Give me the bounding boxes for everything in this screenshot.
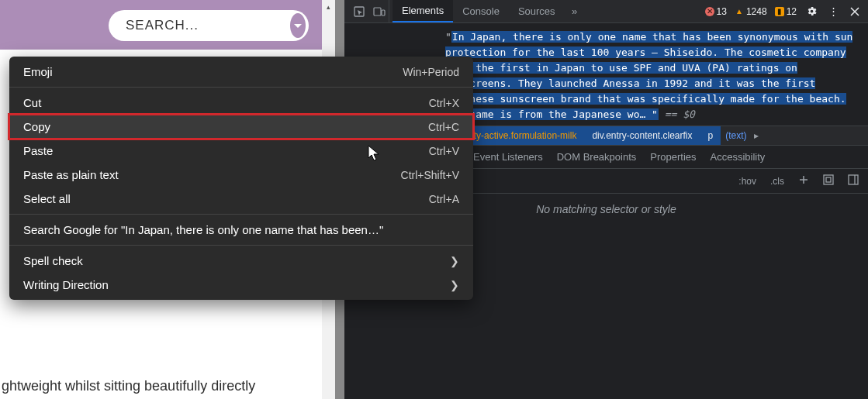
toggle-sidebar-icon[interactable] [845, 173, 862, 189]
menu-search-google[interactable]: Search Google for "In Japan, there is on… [9, 218, 473, 242]
svg-rect-3 [824, 175, 833, 184]
submenu-arrow-icon: ❯ [450, 255, 459, 267]
warnings-badge[interactable]: ▲ 1248 [731, 6, 770, 17]
warnings-count: 1248 [746, 6, 767, 17]
settings-icon[interactable] [801, 2, 821, 22]
svg-rect-4 [826, 177, 831, 182]
computed-styles-icon[interactable] [820, 173, 837, 189]
submenu-arrow-icon: ❯ [450, 279, 459, 291]
messages-count: 12 [787, 6, 797, 17]
warning-icon: ▲ [735, 7, 744, 16]
tab-accessibility[interactable]: Accessibility [711, 151, 766, 163]
menu-label: Paste as plain text [23, 168, 119, 181]
menu-label: Search Google for "In Japan, there is on… [23, 223, 383, 236]
menu-spell-check[interactable]: Spell check ❯ [9, 249, 473, 273]
errors-badge[interactable]: ✕ 13 [702, 6, 730, 17]
menu-label: Select all [23, 192, 71, 205]
menu-label: Paste [23, 144, 53, 157]
menu-cut[interactable]: Cut Ctrl+X [9, 91, 473, 115]
selected-dom-text: In Japan, there is only one name that ha… [445, 31, 852, 120]
menu-divider [9, 87, 473, 88]
tab-dom-breakpoints[interactable]: DOM Breakpoints [557, 151, 637, 163]
devtools-tabstrip: Elements Console Sources » ✕ 13 ▲ 1248 ▮… [344, 0, 868, 23]
errors-count: 13 [717, 6, 727, 17]
breadcrumb-scroll-right-icon[interactable]: ▸ [752, 130, 761, 141]
svg-rect-1 [374, 8, 381, 15]
menu-label: Cut [23, 96, 41, 109]
kebab-icon[interactable]: ⋮ [823, 2, 843, 22]
menu-label: Writing Direction [23, 278, 109, 291]
menu-select-all[interactable]: Select all Ctrl+A [9, 187, 473, 211]
chevron-down-icon [292, 19, 304, 32]
menu-label: Spell check [23, 254, 83, 267]
svg-rect-2 [382, 10, 385, 15]
search-field[interactable] [109, 10, 309, 41]
menu-divider [9, 214, 473, 215]
message-icon: ▮ [775, 7, 784, 16]
page-body-text: ghtweight whilst sitting beautifully dir… [0, 378, 255, 394]
menu-label: Copy [23, 120, 50, 133]
menu-shortcut: Ctrl+Shift+V [401, 169, 459, 181]
search-dropdown-button[interactable] [290, 13, 306, 38]
tab-console[interactable]: Console [453, 0, 509, 22]
menu-emoji[interactable]: Emoji Win+Period [9, 60, 473, 84]
menu-divider [9, 245, 473, 246]
hov-toggle[interactable]: :hov [735, 174, 759, 188]
tab-event-listeners[interactable]: Event Listeners [473, 151, 543, 163]
menu-label: Emoji [23, 65, 53, 78]
tab-elements[interactable]: Elements [393, 0, 453, 22]
menu-writing-direction[interactable]: Writing Direction ❯ [9, 273, 473, 297]
menu-shortcut: Win+Period [403, 66, 459, 78]
breadcrumb-seg-3[interactable]: p [700, 126, 721, 145]
menu-shortcut: Ctrl+V [429, 145, 459, 157]
menu-shortcut: Ctrl+A [429, 193, 459, 205]
tab-properties[interactable]: Properties [650, 151, 696, 163]
tab-sources[interactable]: Sources [509, 0, 565, 22]
menu-paste-plain[interactable]: Paste as plain text Ctrl+Shift+V [9, 163, 473, 187]
inspect-icon[interactable] [349, 0, 369, 22]
menu-shortcut: Ctrl+X [429, 97, 459, 109]
more-tabs-icon[interactable]: » [565, 0, 585, 22]
scroll-up-button[interactable]: ▴ [322, 0, 335, 13]
breadcrumb-seg-2[interactable]: div.entry-content.clearfix [584, 126, 700, 145]
device-toggle-icon[interactable] [369, 0, 389, 22]
menu-paste[interactable]: Paste Ctrl+V [9, 139, 473, 163]
svg-rect-5 [849, 175, 858, 184]
d0-marker: == $0 [659, 108, 695, 120]
breadcrumb-seg-4[interactable]: (text) [721, 130, 751, 141]
new-style-rule-icon[interactable] [795, 173, 812, 189]
messages-badge[interactable]: ▮ 12 [772, 6, 800, 17]
menu-shortcut: Ctrl+C [428, 121, 459, 133]
search-input[interactable] [126, 18, 290, 33]
error-icon: ✕ [705, 7, 714, 16]
menu-copy[interactable]: Copy Ctrl+C [9, 115, 473, 139]
close-devtools-icon[interactable] [845, 2, 865, 22]
page-header [0, 0, 335, 50]
context-menu: Emoji Win+Period Cut Ctrl+X Copy Ctrl+C … [9, 57, 473, 300]
cls-toggle[interactable]: .cls [767, 174, 787, 188]
